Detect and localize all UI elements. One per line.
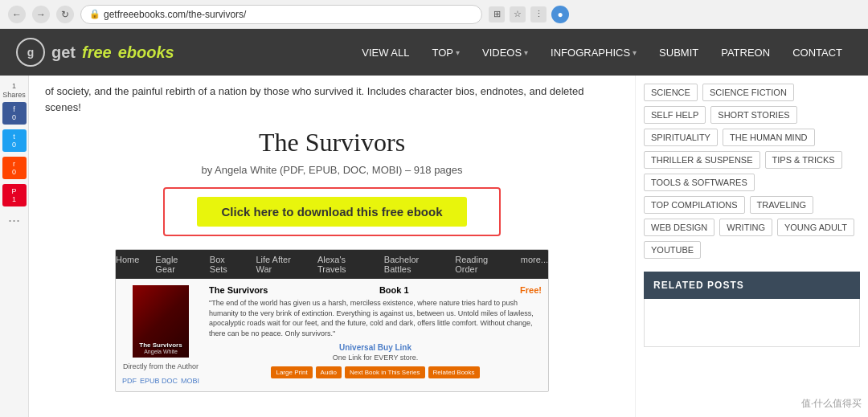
browser-actions: ⊞ ☆ ⋮ ●: [489, 6, 569, 23]
tag-cloud: SCIENCE SCIENCE FICTION SELF HELP SHORT …: [644, 84, 860, 259]
infographics-arrow: ▾: [633, 48, 637, 57]
preview-nav-bachelorbattles[interactable]: Bachelor Battles: [384, 255, 439, 274]
description-text: of society, and the painful rebirth of a…: [45, 84, 619, 115]
site-logo[interactable]: g getfreeebooks: [16, 38, 174, 67]
preview-info: The Survivors Book 1 Free! "The end of t…: [209, 285, 542, 385]
book-title: The Survivors: [45, 128, 619, 157]
logo-free: free: [82, 43, 112, 62]
preview-nav: Home Eagle Gear Box Sets Life After War …: [116, 250, 548, 279]
download-box: Click here to download this free ebook: [163, 187, 501, 236]
share-count: 1Shares: [2, 82, 26, 100]
tag-tips-tricks[interactable]: TIPS & TRICKS: [765, 151, 842, 169]
twitter-share-button[interactable]: t 0: [2, 129, 27, 152]
preview-buy-sub: One Link for EVERY store.: [209, 354, 542, 362]
facebook-share-button[interactable]: f 0: [2, 102, 27, 125]
logo-icon: g: [16, 38, 45, 67]
settings-icon[interactable]: ⋮: [530, 6, 547, 22]
next-book-button[interactable]: Next Book in This Series: [345, 366, 424, 378]
profile-icon[interactable]: ●: [551, 6, 569, 23]
preview-nav-more[interactable]: more...: [521, 255, 548, 274]
site-nav: VIEW ALL TOP ▾ VIDEOS ▾ INFOGRAPHICS ▾ S…: [352, 40, 852, 65]
nav-top[interactable]: TOP ▾: [422, 40, 469, 65]
preview-book-name: The Survivors: [209, 285, 268, 295]
nav-contact[interactable]: CONTACT: [783, 40, 852, 65]
preview-buy-link[interactable]: Universal Buy Link: [209, 343, 542, 352]
related-posts-body: [644, 299, 860, 347]
lock-icon: 🔒: [89, 9, 100, 19]
site-header: g getfreeebooks VIEW ALL TOP ▾ VIDEOS ▾ …: [0, 29, 868, 76]
tag-writing[interactable]: WRITING: [719, 219, 772, 236]
tag-short-stories[interactable]: SHORT STORIES: [710, 106, 796, 124]
logo-get: get: [51, 43, 76, 62]
pinterest-count: 1: [12, 195, 16, 203]
tag-science[interactable]: SCIENCE: [644, 84, 698, 101]
preview-nav-alexastravels[interactable]: Alexa's Travels: [317, 255, 368, 274]
reddit-count: 0: [12, 168, 16, 176]
browser-bar: ← → ↻ 🔒 getfreeebooks.com/the-survivors/…: [0, 0, 868, 29]
tag-science-fiction[interactable]: SCIENCE FICTION: [702, 84, 794, 101]
more-share-icon[interactable]: ···: [8, 212, 20, 229]
page-body: 1Shares f 0 t 0 r 0 P 1 ··· of society, …: [0, 76, 868, 417]
twitter-icon: t: [13, 133, 15, 141]
bookmark-icon[interactable]: ☆: [510, 6, 526, 22]
preview-nav-lifeafterwar[interactable]: Life After War: [256, 255, 301, 274]
download-button[interactable]: Click here to download this free ebook: [197, 197, 466, 227]
preview-cover-author: Angela White: [144, 349, 178, 354]
nav-view-all[interactable]: VIEW ALL: [352, 40, 419, 65]
book-meta: by Angela White (PDF, EPUB, DOC, MOBI) –…: [45, 164, 619, 176]
pinterest-icon: P: [11, 187, 16, 195]
preview-book-header: The Survivors Book 1 Free!: [209, 285, 542, 295]
tag-thriller-suspense[interactable]: THRILLER & SUSPENSE: [644, 151, 760, 169]
reload-button[interactable]: ↻: [56, 6, 74, 23]
large-print-button[interactable]: Large Print: [271, 366, 312, 378]
reddit-icon: r: [13, 160, 15, 168]
url-bar[interactable]: 🔒 getfreeebooks.com/the-survivors/: [80, 5, 482, 24]
tag-spirituality[interactable]: SPIRITUALITY: [644, 129, 718, 146]
format-epub-doc[interactable]: EPUB DOC: [140, 377, 178, 385]
audio-button[interactable]: Audio: [316, 366, 342, 378]
tag-youtube[interactable]: YOUTUBE: [644, 241, 701, 259]
back-button[interactable]: ←: [8, 6, 26, 23]
preview-nav-home[interactable]: Home: [116, 255, 139, 274]
preview-nav-boxsets[interactable]: Box Sets: [210, 255, 240, 274]
tag-human-mind[interactable]: THE HUMAN MIND: [723, 129, 815, 146]
tag-self-help[interactable]: SELF HELP: [644, 106, 706, 124]
reddit-share-button[interactable]: r 0: [2, 157, 27, 179]
preview-buttons: Large Print Audio Next Book in This Seri…: [209, 366, 542, 378]
nav-submit[interactable]: SUBMIT: [649, 40, 708, 65]
format-mobi[interactable]: MOBI: [181, 377, 199, 385]
preview-nav-readingorder[interactable]: Reading Order: [455, 255, 505, 274]
social-bar: 1Shares f 0 t 0 r 0 P 1 ···: [0, 76, 29, 417]
preview-book-num: Book 1: [379, 285, 409, 295]
preview-description: "The end of the world has given us a har…: [209, 298, 542, 338]
related-books-button[interactable]: Related Books: [428, 366, 480, 378]
nav-infographics[interactable]: INFOGRAPHICS ▾: [541, 40, 646, 65]
preview-book-cover: The Survivors Angela White: [133, 285, 189, 358]
preview-cover-title: The Survivors: [139, 341, 182, 349]
forward-button[interactable]: →: [32, 6, 50, 23]
tag-traveling[interactable]: TRAVELING: [750, 196, 814, 214]
preview-free-label: Free!: [520, 285, 542, 295]
extensions-icon: ⊞: [489, 6, 505, 22]
videos-arrow: ▾: [524, 48, 528, 57]
tag-top-compilations[interactable]: TOP COMPILATIONS: [644, 196, 745, 214]
top-arrow: ▾: [456, 48, 460, 57]
tag-young-adult[interactable]: YOUNG ADULT: [777, 219, 854, 236]
facebook-count: 0: [12, 113, 16, 121]
preview-nav-eaglegear[interactable]: Eagle Gear: [155, 255, 194, 274]
tag-tools-softwares[interactable]: TOOLS & SOFTWARES: [644, 174, 755, 191]
sidebar: SCIENCE SCIENCE FICTION SELF HELP SHORT …: [635, 76, 868, 417]
preview-formats: PDF EPUB DOC MOBI: [122, 377, 199, 385]
related-posts-header: RELATED POSTS: [644, 272, 860, 299]
nav-videos[interactable]: VIDEOS ▾: [473, 40, 538, 65]
logo-ebooks: ebooks: [118, 43, 174, 62]
nav-patreon[interactable]: PATREON: [711, 40, 780, 65]
book-preview-frame: Home Eagle Gear Box Sets Life After War …: [115, 249, 549, 392]
tag-web-design[interactable]: WEB DESIGN: [644, 219, 714, 236]
preview-body: The Survivors Angela White Directly from…: [116, 279, 548, 391]
logo-icon-text: g: [27, 46, 35, 59]
pinterest-share-button[interactable]: P 1: [2, 184, 27, 206]
facebook-icon: f: [13, 105, 15, 113]
twitter-count: 0: [12, 141, 16, 149]
format-pdf[interactable]: PDF: [122, 377, 137, 385]
